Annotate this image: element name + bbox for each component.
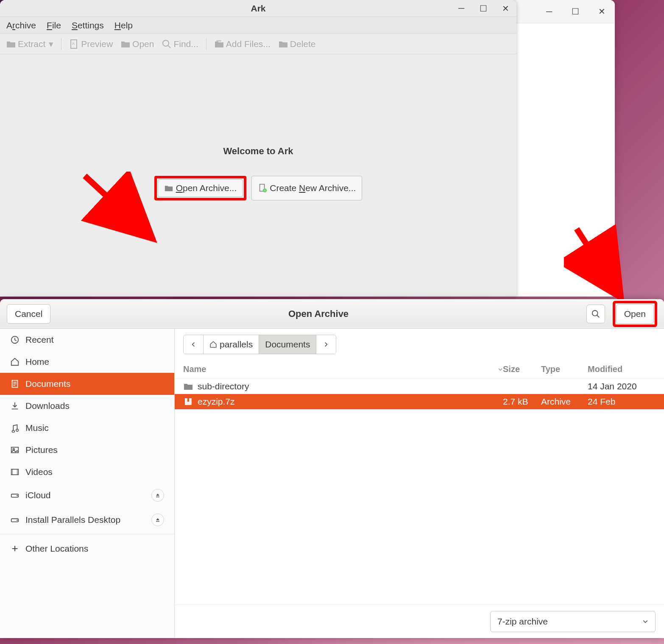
- svg-rect-20: [17, 469, 19, 475]
- sidebar-item-videos[interactable]: Videos: [0, 461, 174, 483]
- file-list-empty-area[interactable]: [175, 409, 664, 605]
- extract-button[interactable]: Extract ▾: [4, 38, 55, 50]
- eject-button[interactable]: [151, 514, 164, 526]
- separator: [0, 534, 174, 534]
- videos-icon: [10, 467, 20, 477]
- plus-icon: +: [10, 542, 20, 555]
- search-icon: [591, 309, 600, 319]
- menu-help[interactable]: Help: [114, 20, 133, 31]
- maximize-icon[interactable]: ☐: [479, 4, 488, 13]
- ark-content: Welcome to Ark Open Archive... + Create …: [0, 54, 516, 291]
- page-title: Ark: [251, 3, 265, 14]
- preview-button[interactable]: A Preview: [67, 38, 114, 50]
- disc-icon: [10, 515, 20, 525]
- svg-rect-19: [11, 469, 13, 475]
- separator: [206, 38, 206, 50]
- sidebar-item-recent[interactable]: Recent: [0, 329, 174, 351]
- search-button[interactable]: [586, 305, 605, 323]
- folder-open-icon: [164, 183, 173, 193]
- svg-line-3: [168, 45, 170, 48]
- sidebar-item-other-locations[interactable]: + Other Locations: [0, 536, 174, 561]
- svg-point-24: [17, 520, 18, 521]
- svg-rect-26: [187, 398, 189, 402]
- column-name[interactable]: Name: [183, 364, 503, 374]
- recent-icon: [10, 335, 20, 344]
- sidebar-item-icloud[interactable]: iCloud: [0, 483, 174, 508]
- search-icon: [162, 39, 172, 49]
- close-icon[interactable]: ✕: [501, 4, 510, 13]
- svg-point-22: [17, 495, 18, 497]
- file-list-header: Name Size Type Modified: [175, 360, 664, 379]
- sidebar-item-install-parallels[interactable]: Install Parallels Desktop: [0, 508, 174, 532]
- file-type-select[interactable]: 7-zip archive: [490, 611, 656, 632]
- minimize-icon[interactable]: ─: [544, 7, 554, 16]
- svg-point-2: [163, 40, 169, 46]
- column-size[interactable]: Size: [503, 364, 541, 374]
- dialog-title: Open Archive: [56, 308, 581, 319]
- sidebar-item-documents[interactable]: Documents: [0, 373, 174, 395]
- places-sidebar: Recent Home Documents Downloads Music Pi…: [0, 329, 175, 638]
- column-modified[interactable]: Modified: [588, 364, 656, 374]
- sidebar-item-pictures[interactable]: Pictures: [0, 439, 174, 461]
- open-button[interactable]: Open: [119, 38, 156, 50]
- home-icon: [209, 341, 217, 348]
- folder-extract-icon: [6, 39, 16, 49]
- svg-point-9: [592, 310, 597, 316]
- svg-line-10: [597, 315, 599, 317]
- svg-text:A: A: [72, 42, 75, 46]
- svg-rect-16: [11, 447, 19, 453]
- dialog-header: Cancel Open Archive Open: [0, 299, 664, 329]
- sidebar-item-music[interactable]: Music: [0, 417, 174, 439]
- menu-file[interactable]: File: [47, 20, 61, 31]
- find-button[interactable]: Find...: [160, 38, 200, 50]
- sidebar-item-home[interactable]: Home: [0, 351, 174, 373]
- breadcrumb-documents[interactable]: Documents: [259, 335, 316, 354]
- create-archive-button[interactable]: + Create New Archive...: [251, 176, 362, 200]
- open-archive-highlight: Open Archive...: [154, 176, 247, 200]
- delete-button[interactable]: Delete: [276, 38, 318, 50]
- chevron-down-icon: [642, 619, 648, 625]
- folder-add-icon: [214, 39, 224, 49]
- welcome-heading: Welcome to Ark: [223, 146, 293, 157]
- eject-button[interactable]: [151, 489, 164, 502]
- folder-icon: [183, 381, 193, 391]
- file-row-folder[interactable]: sub-directory 14 Jan 2020: [175, 379, 664, 394]
- file-new-icon: +: [258, 183, 267, 193]
- downloads-icon: [10, 401, 20, 411]
- breadcrumb-forward-button[interactable]: [316, 335, 336, 354]
- chevron-right-icon: [323, 341, 329, 347]
- svg-text:+: +: [264, 189, 266, 193]
- maximize-icon[interactable]: ☐: [571, 7, 580, 16]
- drive-icon: [10, 491, 20, 500]
- cancel-button[interactable]: Cancel: [7, 304, 50, 324]
- eject-icon: [155, 517, 160, 522]
- column-type[interactable]: Type: [541, 364, 588, 374]
- minimize-icon[interactable]: ─: [457, 4, 466, 13]
- menu-archive[interactable]: Archive: [6, 20, 36, 31]
- documents-icon: [10, 379, 20, 389]
- open-button[interactable]: Open: [616, 304, 654, 324]
- breadcrumb: parallels Documents: [175, 329, 664, 360]
- sidebar-item-downloads[interactable]: Downloads: [0, 395, 174, 417]
- breadcrumb-home[interactable]: parallels: [204, 335, 259, 354]
- page-icon: A: [69, 39, 79, 49]
- file-list-pane: parallels Documents Name Size Type: [175, 329, 664, 638]
- open-archive-button[interactable]: Open Archive...: [158, 179, 243, 197]
- folder-open-icon: [120, 39, 131, 49]
- menu-settings[interactable]: Settings: [72, 20, 104, 31]
- ark-window: Ark ─ ☐ ✕ Archive File Settings Help Ext…: [0, 0, 516, 297]
- pictures-icon: [10, 445, 20, 455]
- breadcrumb-back-button[interactable]: [184, 335, 204, 354]
- file-row-archive[interactable]: ezyzip.7z 2.7 kB Archive 24 Feb: [175, 394, 664, 409]
- chevron-down-icon: [498, 367, 503, 372]
- eject-icon: [155, 493, 160, 498]
- toolbar: Extract ▾ A Preview Open Find... Add Fil…: [0, 34, 516, 54]
- add-files-button[interactable]: Add Files...: [212, 38, 272, 50]
- chevron-left-icon: [190, 341, 196, 347]
- close-icon[interactable]: ✕: [597, 7, 606, 16]
- chevron-down-icon: ▾: [49, 39, 53, 49]
- folder-delete-icon: [278, 39, 288, 49]
- separator: [61, 38, 61, 50]
- file-chooser-dialog: Cancel Open Archive Open Recent Home Doc…: [0, 299, 664, 638]
- home-icon: [10, 357, 20, 366]
